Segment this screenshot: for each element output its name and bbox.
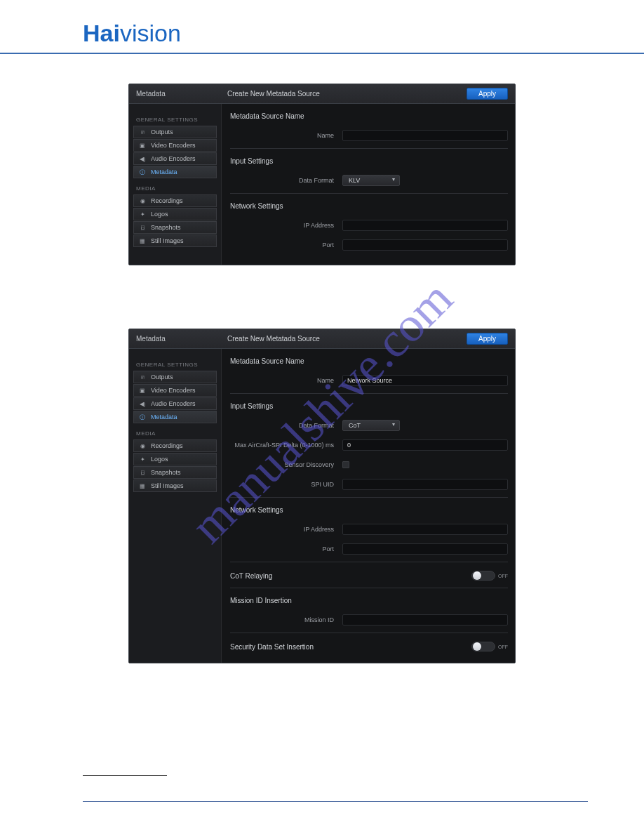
section-network-settings: Network Settings <box>230 498 508 518</box>
recordings-icon: ◉ <box>138 442 147 449</box>
sidebar-item-logos[interactable]: ✦ Logos <box>133 208 217 220</box>
toggle-knob-icon <box>473 642 481 651</box>
ip-label: IP Address <box>230 222 342 229</box>
still-images-icon: ▦ <box>138 482 147 489</box>
name-input[interactable] <box>342 375 508 386</box>
app-subtitle: Create New Metatada Source <box>227 90 467 98</box>
sidebar-item-snapshots[interactable]: ⌼ Snapshots <box>133 221 217 234</box>
video-encoders-icon: ▣ <box>138 142 147 149</box>
sidebar-item-label: Audio Encoders <box>151 400 196 407</box>
format-label: Data Format <box>230 422 342 429</box>
name-label: Name <box>230 132 342 139</box>
section-input-settings: Input Settings <box>230 394 508 414</box>
outputs-icon: ⎚ <box>138 373 147 380</box>
apply-button[interactable]: Apply <box>467 333 508 345</box>
snapshots-icon: ⌼ <box>138 469 147 476</box>
sidebar-item-still-images[interactable]: ▦ Still Images <box>133 479 217 492</box>
format-select[interactable]: CoT <box>342 420 400 431</box>
delta-input[interactable] <box>342 439 508 451</box>
sidebar-item-label: Video Encoders <box>151 142 195 149</box>
format-select[interactable]: KLV <box>342 175 400 186</box>
metadata-icon: ⓘ <box>138 413 147 421</box>
brand-part2: vision <box>120 20 181 46</box>
sidebar-item-audio-encoders[interactable]: ◀) Audio Encoders <box>133 152 217 165</box>
sidebar-item-label: Logos <box>151 211 168 218</box>
app-title: Metadata <box>136 335 227 343</box>
apply-button[interactable]: Apply <box>467 88 508 100</box>
sidebar-item-label: Metadata <box>151 413 177 421</box>
sidebar-item-label: Snapshots <box>151 469 181 476</box>
ip-input[interactable] <box>342 524 508 535</box>
sidebar-item-label: Audio Encoders <box>151 155 196 162</box>
sidebar-item-label: Recordings <box>151 442 183 449</box>
cot-relaying-state: OFF <box>498 574 508 578</box>
sidebar-item-label: Metadata <box>151 168 177 176</box>
sidebar: GENERAL SETTINGS ⎚ Outputs ▣ Video Encod… <box>129 349 222 663</box>
name-label: Name <box>230 377 342 384</box>
recordings-icon: ◉ <box>138 197 147 204</box>
outputs-icon: ⎚ <box>138 128 147 135</box>
security-state: OFF <box>498 644 508 649</box>
section-mission: Mission ID Insertion <box>230 588 508 609</box>
sidebar-item-outputs[interactable]: ⎚ Outputs <box>133 126 217 138</box>
section-input-settings: Input Settings <box>230 149 508 169</box>
section-network-settings: Network Settings <box>230 194 508 214</box>
port-input[interactable] <box>342 543 508 555</box>
format-label: Data Format <box>230 177 342 184</box>
sidebar-item-label: Recordings <box>151 197 183 204</box>
app-title: Metadata <box>136 90 227 98</box>
sidebar-item-label: Video Encoders <box>151 387 195 394</box>
spi-label: SPI UID <box>230 481 342 488</box>
discovery-label: Sensor Discovery <box>230 461 342 468</box>
sidebar-heading-general: GENERAL SETTINGS <box>136 117 217 123</box>
sidebar-item-video-encoders[interactable]: ▣ Video Encoders <box>133 139 217 152</box>
sidebar-item-recordings[interactable]: ◉ Recordings <box>133 194 217 207</box>
app-header: Metadata Create New Metatada Source Appl… <box>129 329 515 349</box>
sidebar-item-label: Still Images <box>151 482 184 489</box>
video-encoders-icon: ▣ <box>138 387 147 394</box>
sidebar-item-snapshots[interactable]: ⌼ Snapshots <box>133 466 217 479</box>
delta-label: Max AirCraft-SPI Delta (0-1000) ms <box>230 442 342 449</box>
sidebar-item-metadata[interactable]: ⓘ Metadata <box>133 166 217 178</box>
format-value: KLV <box>349 177 360 184</box>
section-source-name: Metadata Source Name <box>230 349 508 369</box>
sidebar-heading-media: MEDIA <box>136 430 217 437</box>
sidebar-item-outputs[interactable]: ⎚ Outputs <box>133 371 217 383</box>
mission-id-label: Mission ID <box>230 616 342 623</box>
logos-icon: ✦ <box>138 211 147 218</box>
app-subtitle: Create New Metatada Source <box>227 335 467 343</box>
page-header: Haivision <box>0 0 644 54</box>
audio-encoders-icon: ◀) <box>138 400 147 407</box>
toggle-knob-icon <box>473 571 481 580</box>
metadata-icon: ⓘ <box>138 168 147 176</box>
sidebar-item-logos[interactable]: ✦ Logos <box>133 453 217 465</box>
sidebar-item-label: Logos <box>151 456 168 463</box>
sidebar-item-audio-encoders[interactable]: ◀) Audio Encoders <box>133 397 217 410</box>
section-cot-relaying: CoT Relaying <box>230 572 272 580</box>
sidebar: GENERAL SETTINGS ⎚ Outputs ▣ Video Encod… <box>129 104 222 265</box>
name-input[interactable] <box>342 130 508 141</box>
discovery-checkbox[interactable] <box>342 461 349 468</box>
spi-input[interactable] <box>342 479 508 490</box>
section-source-name: Metadata Source Name <box>230 104 508 124</box>
cot-relaying-toggle[interactable] <box>471 571 495 581</box>
security-toggle[interactable] <box>471 642 495 651</box>
sidebar-item-recordings[interactable]: ◉ Recordings <box>133 439 217 452</box>
mission-id-input[interactable] <box>342 614 508 626</box>
ip-input[interactable] <box>342 220 508 231</box>
sidebar-item-metadata[interactable]: ⓘ Metadata <box>133 411 217 423</box>
page-footer <box>83 801 588 806</box>
sidebar-heading-general: GENERAL SETTINGS <box>136 362 217 368</box>
app-header: Metadata Create New Metatada Source Appl… <box>129 84 515 104</box>
screenshot-2: Metadata Create New Metatada Source Appl… <box>128 329 516 663</box>
sidebar-item-label: Still Images <box>151 237 184 244</box>
main-panel: Metadata Source Name Name Input Settings… <box>222 104 515 265</box>
footnote-rule <box>83 775 167 776</box>
port-label: Port <box>230 241 342 249</box>
main-panel: Metadata Source Name Name Input Settings… <box>222 349 515 663</box>
brand-logo: Haivision <box>83 20 644 47</box>
port-input[interactable] <box>342 239 508 251</box>
sidebar-item-still-images[interactable]: ▦ Still Images <box>133 234 217 247</box>
sidebar-item-video-encoders[interactable]: ▣ Video Encoders <box>133 384 217 397</box>
sidebar-item-label: Outputs <box>151 128 173 135</box>
